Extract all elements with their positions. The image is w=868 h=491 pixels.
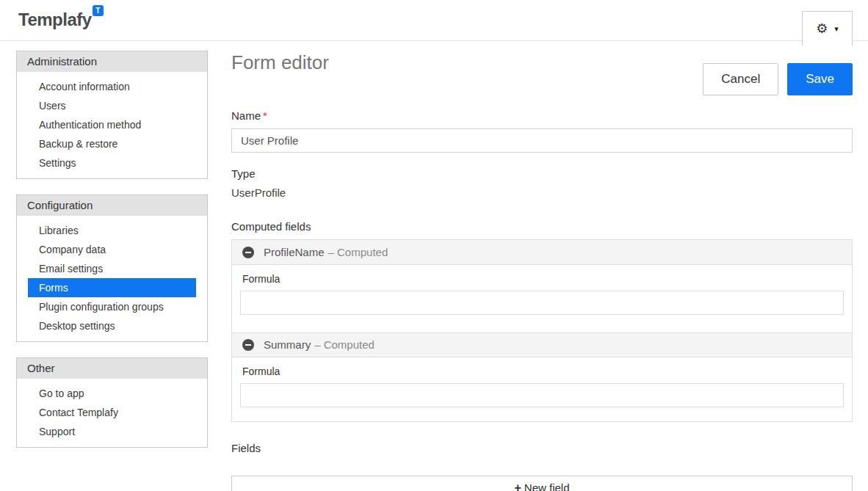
- computed-field-profilename-header[interactable]: ProfileName– Computed: [232, 240, 852, 265]
- computed-field-name: ProfileName– Computed: [264, 246, 388, 259]
- save-button[interactable]: Save: [787, 63, 853, 95]
- logo-text: Templafy: [18, 10, 92, 29]
- sidebar-section-other: Other Go to app Contact Templafy Support: [16, 357, 208, 448]
- sidebar-item-forms[interactable]: Forms: [28, 278, 196, 297]
- plus-icon: +: [514, 481, 521, 491]
- sidebar-header-configuration[interactable]: Configuration: [17, 195, 207, 216]
- sidebar-header-administration[interactable]: Administration: [17, 51, 207, 72]
- cancel-button[interactable]: Cancel: [703, 63, 778, 95]
- type-label: Type: [231, 167, 853, 180]
- computed-field-profilename-body: Formula: [232, 265, 852, 332]
- top-bar: TemplafyT ⚙ ▾: [0, 0, 868, 41]
- form-toolbar: Cancel Save: [703, 63, 853, 95]
- gear-icon: ⚙: [816, 22, 828, 35]
- sidebar-item-users[interactable]: Users: [28, 96, 196, 115]
- new-field-button-label: New field: [524, 481, 570, 491]
- title-row: Form editor Cancel Save: [231, 51, 853, 95]
- page-body: Administration Account information Users…: [0, 41, 868, 491]
- summary-formula-input[interactable]: [240, 383, 844, 407]
- page-title: Form editor: [231, 51, 329, 73]
- sidebar-item-account-information[interactable]: Account information: [28, 77, 196, 96]
- sidebar-item-support[interactable]: Support: [28, 422, 196, 441]
- computed-field-summary-section: Summary– Computed Formula: [232, 332, 852, 421]
- sidebar-item-desktop-settings[interactable]: Desktop settings: [28, 316, 196, 335]
- templafy-logo[interactable]: TemplafyT: [18, 10, 104, 30]
- sidebar-header-other[interactable]: Other: [17, 358, 207, 379]
- sidebar-item-company-data[interactable]: Company data: [28, 240, 196, 259]
- sidebar-item-libraries[interactable]: Libraries: [28, 221, 196, 240]
- name-label-text: Name: [231, 109, 261, 122]
- logo-badge-icon: T: [93, 5, 104, 16]
- computed-field-name: Summary– Computed: [264, 338, 375, 352]
- sidebar-list-configuration: Libraries Company data Email settings Fo…: [17, 216, 207, 341]
- sidebar-item-authentication-method[interactable]: Authentication method: [28, 115, 196, 134]
- new-field-button[interactable]: +New field: [231, 476, 853, 491]
- sidebar-section-configuration: Configuration Libraries Company data Ema…: [16, 194, 208, 342]
- caret-down-icon: ▾: [834, 25, 839, 33]
- sidebar-item-backup-restore[interactable]: Backup & restore: [28, 134, 196, 153]
- formula-label: Formula: [242, 365, 842, 377]
- fields-label: Fields: [231, 442, 853, 454]
- collapse-icon[interactable]: [242, 339, 254, 351]
- name-label: Name*: [231, 109, 853, 122]
- computed-fields-label: Computed fields: [231, 220, 853, 233]
- sidebar: Administration Account information Users…: [16, 51, 208, 463]
- computed-field-summary-header[interactable]: Summary– Computed: [232, 332, 852, 357]
- sidebar-list-other: Go to app Contact Templafy Support: [17, 379, 207, 447]
- name-input[interactable]: [231, 128, 853, 153]
- sidebar-item-settings[interactable]: Settings: [28, 153, 196, 172]
- sidebar-section-administration: Administration Account information Users…: [16, 51, 208, 179]
- sidebar-list-administration: Account information Users Authentication…: [17, 72, 207, 178]
- sidebar-item-go-to-app[interactable]: Go to app: [28, 384, 196, 403]
- sidebar-item-plugin-configuration-groups[interactable]: Plugin configuration groups: [28, 297, 196, 316]
- computed-field-profilename-section: ProfileName– Computed Formula: [232, 240, 852, 332]
- computed-field-summary-body: Formula: [232, 357, 852, 421]
- collapse-icon[interactable]: [242, 247, 254, 258]
- settings-dropdown-button[interactable]: ⚙ ▾: [802, 11, 853, 46]
- required-asterisk: *: [263, 109, 267, 122]
- sidebar-item-contact-templafy[interactable]: Contact Templafy: [28, 403, 196, 422]
- computed-fields-accordion: ProfileName– Computed Formula Summary– C…: [231, 239, 853, 422]
- sidebar-item-email-settings[interactable]: Email settings: [28, 259, 196, 278]
- formula-label: Formula: [242, 273, 842, 285]
- profilename-formula-input[interactable]: [240, 291, 844, 315]
- form-editor-main: Form editor Cancel Save Name* Type UserP…: [231, 51, 853, 491]
- type-value: UserProfile: [231, 186, 853, 199]
